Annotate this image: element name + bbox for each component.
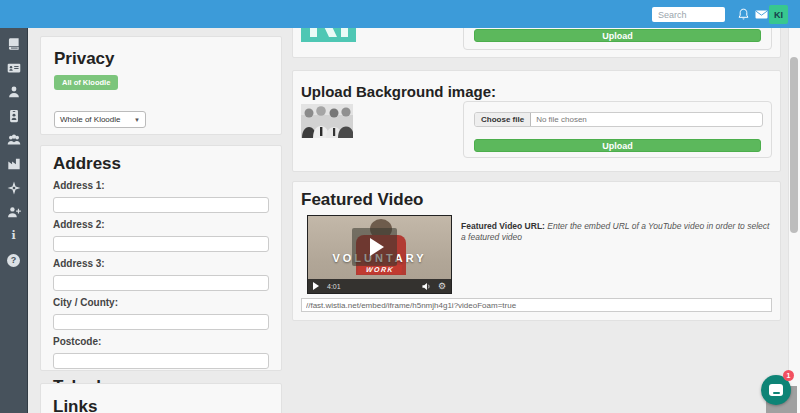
logo-upload-button[interactable]: Upload — [474, 29, 761, 42]
city-county-label: City / County: — [53, 297, 269, 308]
play-icon — [370, 238, 384, 256]
video-player[interactable]: VOLUNTARY WORK 4:01 ⚙ — [307, 215, 452, 294]
background-file-input[interactable]: Choose file No file chosen — [474, 112, 763, 127]
id-badge-icon[interactable] — [7, 109, 21, 123]
settings-gear-icon[interactable]: ⚙ — [438, 282, 446, 291]
scrollbar-thumb[interactable] — [790, 57, 798, 233]
video-help-label: Featured Video URL: — [461, 221, 545, 231]
topbar: KI — [0, 0, 800, 28]
address1-label: Address 1: — [53, 180, 269, 191]
control-play-icon[interactable] — [313, 282, 319, 290]
user-avatar[interactable]: KI — [769, 5, 788, 24]
search-input[interactable] — [652, 7, 725, 22]
user-icon[interactable] — [7, 85, 21, 99]
background-photo-image — [301, 104, 353, 138]
video-time: 4:01 — [327, 283, 341, 290]
background-thumbnail — [301, 104, 353, 138]
links-title: Links — [53, 397, 269, 413]
user-plus-icon[interactable] — [7, 205, 21, 219]
postcode-label: Postcode: — [53, 336, 269, 347]
video-help-text: Featured Video URL: Enter the embed URL … — [461, 221, 774, 242]
chat-unread-badge: 1 — [783, 370, 794, 381]
notifications-bell-icon[interactable] — [737, 8, 750, 21]
sidebar-nav: i ? — [0, 28, 28, 413]
no-file-chosen-text: No file chosen — [531, 115, 587, 124]
crosshair-icon[interactable] — [7, 181, 21, 195]
privacy-select-value: Whole of Kloodle — [60, 115, 120, 124]
background-upload-panel: Choose file No file chosen Upload — [463, 101, 772, 158]
messages-envelope-icon[interactable] — [755, 8, 768, 21]
video-control-bar: 4:01 ⚙ — [308, 279, 451, 293]
industry-icon[interactable] — [7, 157, 21, 171]
kloodle-admin-screen: Privacy All of Kloodle Whole of Kloodle … — [0, 0, 800, 413]
postcode-input[interactable] — [53, 353, 269, 369]
address-card: Address Address 1: Address 2: Address 3:… — [40, 145, 282, 371]
chat-bubble-icon — [769, 384, 783, 396]
featured-video-card: Featured Video VOLUNTARY WORK 4:01 ⚙ Fea… — [292, 181, 781, 321]
address2-label: Address 2: — [53, 219, 269, 230]
background-upload-card: Upload Background image: Choose file No — [292, 70, 781, 172]
id-card-icon[interactable] — [7, 61, 21, 75]
privacy-badge: All of Kloodle — [54, 75, 118, 90]
help-icon[interactable]: ? — [7, 253, 21, 267]
video-url-input[interactable] — [301, 298, 772, 312]
address3-label: Address 3: — [53, 258, 269, 269]
featured-video-title: Featured Video — [301, 190, 424, 210]
address2-input[interactable] — [53, 236, 269, 252]
address-title: Address — [53, 154, 269, 174]
privacy-title: Privacy — [54, 49, 268, 69]
background-upload-title: Upload Background image: — [301, 83, 496, 100]
info-icon[interactable]: i — [7, 229, 21, 243]
background-upload-button[interactable]: Upload — [474, 139, 761, 152]
scrollbar-track — [788, 28, 800, 413]
video-overlay-chip: WORK — [357, 265, 402, 274]
chevron-down-icon: ▼ — [134, 117, 140, 123]
links-card: Links — [40, 383, 282, 413]
city-county-input[interactable] — [53, 314, 269, 330]
privacy-select[interactable]: Whole of Kloodle ▼ — [54, 111, 146, 128]
address3-input[interactable] — [53, 275, 269, 291]
choose-file-button[interactable]: Choose file — [475, 113, 531, 126]
users-icon[interactable] — [7, 133, 21, 147]
address1-input[interactable] — [53, 197, 269, 213]
video-play-button[interactable] — [352, 228, 397, 266]
volume-icon[interactable] — [422, 282, 431, 291]
privacy-card: Privacy All of Kloodle Whole of Kloodle … — [40, 36, 282, 135]
book-icon[interactable] — [7, 37, 21, 51]
